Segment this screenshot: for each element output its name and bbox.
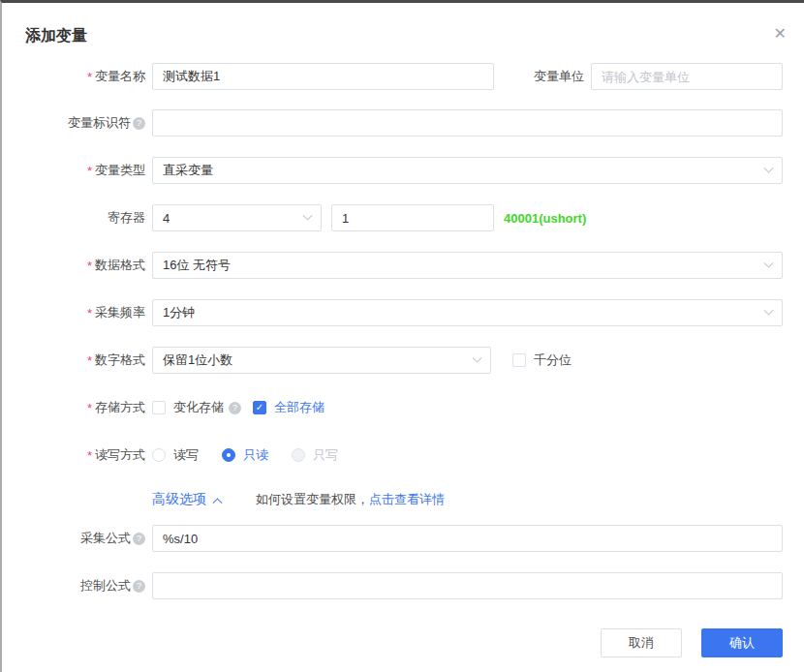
chevron-down-icon <box>764 305 774 315</box>
variable-type-select[interactable]: 直采变量 <box>152 157 783 184</box>
view-details-link[interactable]: 点击查看详情 <box>369 492 445 506</box>
label-text: 数字格式 <box>95 351 145 369</box>
write-only-radio[interactable] <box>292 448 305 462</box>
dialog-title: 添加变量 <box>25 26 87 46</box>
chevron-down-icon <box>764 163 774 172</box>
label-text: 寄存器 <box>108 209 145 227</box>
row-number-format: * 数字格式 保留1位小数 千分位 <box>2 347 783 374</box>
identifier-label: 变量标识符 ? <box>2 114 152 132</box>
row-data-format: * 数据格式 16位 无符号 <box>2 252 783 279</box>
label-text: 存储方式 <box>95 399 145 416</box>
required-mark: * <box>87 353 92 368</box>
advanced-hint: 如何设置变量权限，点击查看详情 <box>256 491 445 508</box>
read-only-option-label: 只读 <box>243 446 268 464</box>
select-value: 4 <box>163 211 170 226</box>
row-frequency: * 采集频率 1分钟 <box>2 299 783 326</box>
control-formula-input[interactable] <box>152 572 783 599</box>
number-format-label: * 数字格式 <box>2 351 152 369</box>
help-icon[interactable]: ? <box>133 117 145 130</box>
label-text: 变量标识符 <box>68 114 131 132</box>
label-text: 数据格式 <box>95 257 145 274</box>
register-address-input[interactable] <box>331 204 494 231</box>
advanced-options-text: 高级选项 <box>152 491 206 508</box>
label-text: 变量名称 <box>95 68 145 85</box>
label-text: 变量单位 <box>534 68 584 85</box>
thousands-checkbox[interactable] <box>512 353 526 367</box>
label-text: 控制公式 <box>80 577 131 595</box>
change-storage-checkbox[interactable] <box>152 401 166 414</box>
identifier-input[interactable] <box>152 109 783 137</box>
help-icon[interactable]: ? <box>133 580 145 593</box>
required-mark: * <box>87 70 92 84</box>
add-variable-dialog: 添加变量 ✕ * 变量名称 变量单位 变量标识符 ? * 变量类型 直采变量 <box>0 0 804 672</box>
select-value: 16位 无符号 <box>163 257 231 274</box>
row-collect-formula: 采集公式 ? <box>2 525 783 552</box>
label-text: 变量类型 <box>95 162 145 179</box>
row-storage: * 存储方式 变化存储 ? ✓ 全部存储 <box>2 394 783 421</box>
required-mark: * <box>87 164 92 178</box>
help-icon[interactable]: ? <box>229 402 241 414</box>
number-format-select[interactable]: 保留1位小数 <box>152 347 491 374</box>
check-icon: ✓ <box>256 403 263 412</box>
chevron-down-icon <box>303 210 313 220</box>
confirm-button[interactable]: 确认 <box>701 628 783 657</box>
advanced-options-link[interactable]: 高级选项 <box>152 491 221 508</box>
help-icon[interactable]: ? <box>133 533 145 545</box>
read-only-radio[interactable] <box>222 448 235 462</box>
data-format-label: * 数据格式 <box>2 257 152 274</box>
label-text: 采集频率 <box>95 304 145 321</box>
variable-unit-input[interactable] <box>591 63 783 90</box>
register-address-hint: 40001(ushort) <box>504 211 586 226</box>
chevron-up-icon <box>213 498 223 507</box>
variable-unit-label: 变量单位 <box>494 68 591 85</box>
change-storage-label: 变化存储 <box>173 399 224 416</box>
all-storage-checkbox[interactable]: ✓ <box>253 401 266 414</box>
row-read-write: * 读写方式 读写 只读 只写 <box>2 442 783 469</box>
chevron-down-icon <box>473 352 482 362</box>
dialog-footer: 取消 确认 <box>2 628 783 657</box>
variable-type-label: * 变量类型 <box>2 162 152 179</box>
all-storage-label: 全部存储 <box>274 399 325 416</box>
select-value: 保留1位小数 <box>163 351 232 369</box>
required-mark: * <box>87 259 92 273</box>
label-text: 采集公式 <box>80 530 131 547</box>
row-advanced: 高级选项 如何设置变量权限，点击查看详情 <box>2 489 783 510</box>
row-control-formula: 控制公式 ? <box>2 572 783 599</box>
frequency-label: * 采集频率 <box>2 304 152 321</box>
label-text: 读写方式 <box>95 446 145 464</box>
row-register: 寄存器 4 40001(ushort) <box>2 204 783 231</box>
data-format-select[interactable]: 16位 无符号 <box>152 252 783 279</box>
read-write-radio[interactable] <box>152 448 166 462</box>
variable-name-input[interactable] <box>152 63 494 90</box>
write-only-option-label: 只写 <box>313 446 338 464</box>
frequency-select[interactable]: 1分钟 <box>152 299 783 326</box>
storage-label: * 存储方式 <box>2 399 152 416</box>
row-variable-name: * 变量名称 变量单位 <box>2 63 783 90</box>
row-identifier: 变量标识符 ? <box>2 109 783 137</box>
collect-formula-input[interactable] <box>152 525 783 552</box>
select-value: 1分钟 <box>163 304 195 321</box>
read-write-label: * 读写方式 <box>2 446 152 464</box>
collect-formula-label: 采集公式 ? <box>2 530 152 547</box>
cancel-button[interactable]: 取消 <box>601 628 682 657</box>
control-formula-label: 控制公式 ? <box>2 577 152 595</box>
thousands-label: 千分位 <box>534 351 572 369</box>
close-icon[interactable]: ✕ <box>774 26 787 42</box>
select-value: 直采变量 <box>163 162 213 179</box>
required-mark: * <box>87 401 92 415</box>
register-type-select[interactable]: 4 <box>152 204 322 231</box>
row-variable-type: * 变量类型 直采变量 <box>2 157 783 184</box>
read-write-option-label: 读写 <box>173 446 199 464</box>
variable-name-label: * 变量名称 <box>2 68 152 85</box>
hint-text: 如何设置变量权限， <box>256 492 369 506</box>
required-mark: * <box>87 448 92 463</box>
chevron-down-icon <box>764 258 774 267</box>
register-label: 寄存器 <box>2 209 152 227</box>
required-mark: * <box>87 306 92 321</box>
